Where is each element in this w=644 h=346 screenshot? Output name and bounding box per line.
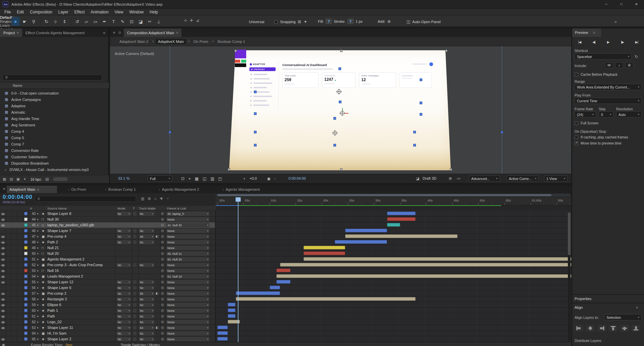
layer-row[interactable]: 64▸▣HI, I'm SamNc▾Nc▾◎None▾ [0,331,571,336]
parent-dropdown[interactable]: 44. Null 30▾ [166,223,209,227]
parent-dropdown[interactable]: None▾ [166,269,209,273]
scrollbar-thumb[interactable] [568,212,571,255]
panel-menu-icon[interactable]: ≡ [636,305,638,309]
reset-icon[interactable]: ↻ [635,54,638,59]
track-matte-dropdown[interactable]: Nc▾ [139,314,154,319]
layer-name[interactable]: Path 2 [47,240,114,244]
last-frame-button[interactable]: ▶| [632,39,642,45]
selection-handle[interactable] [254,91,257,93]
expand-arrow-icon[interactable]: ▸ [37,218,39,221]
tab-preview[interactable]: Preview [575,31,588,35]
track-matte-dropdown[interactable]: Nc▾ [139,240,154,244]
layer-color-swatch[interactable] [24,292,28,295]
play-button[interactable]: ▶ [603,39,613,45]
parent-pickwhip-icon[interactable]: ◎ [161,297,164,301]
track-matte-dropdown[interactable]: Nc▾ [139,229,154,233]
expand-arrow-icon[interactable]: ▸ [37,212,39,215]
view-options-icon[interactable]: ◰ [218,176,222,181]
selection-handle[interactable] [254,144,257,147]
home-icon[interactable]: ⌂ [2,17,11,26]
menu-view[interactable]: View [112,10,126,14]
show-snapshot-icon[interactable]: ◌ [274,176,276,181]
mode-dropdown[interactable]: Nc▾ [117,212,131,216]
eye-icon[interactable] [1,303,5,307]
track-matte-dropdown[interactable]: Nc▾ [139,212,154,216]
layer-duration-bar[interactable] [217,326,228,329]
layer-name[interactable]: Pre-comp 2 [47,291,114,295]
layer-color-swatch[interactable] [24,235,28,238]
eye-icon[interactable] [1,292,5,296]
parent-dropdown[interactable]: None▾ [166,240,209,244]
project-item[interactable]: ▦Comp 4 [0,128,109,134]
parent-pickwhip-icon[interactable]: ◎ [161,314,164,318]
preserve-transparency-toggle[interactable] [133,332,137,335]
renderer-dropdown[interactable]: Advanced...▾ [469,175,500,182]
panel-lock-icon[interactable]: ⊙ [118,31,121,35]
expand-arrow-icon[interactable]: ▸ [37,286,39,289]
mode-dropdown[interactable]: Nc▾ [117,308,131,313]
track-matte-dropdown[interactable]: 64▾ [139,326,154,330]
project-item[interactable]: ▦Avg Handle Time [0,115,109,122]
track-matte-dropdown[interactable]: Nc▾ [139,303,154,307]
expand-arrow-icon[interactable]: ▸ [37,235,39,238]
parent-dropdown[interactable]: None▾ [166,280,209,284]
layer-color-swatch[interactable] [24,303,28,306]
work-area-track[interactable] [216,194,570,196]
include-video-icon[interactable] [605,62,613,68]
composition-viewport[interactable]: Active Camera (Default) ADAPTIVE Dashboa… [110,46,571,174]
layer-name[interactable]: Null 16 [47,269,114,273]
previous-frame-button[interactable]: ◀| [589,39,599,45]
layer-duration-bar[interactable] [228,308,235,312]
renderer-icon[interactable]: ⊞ [449,176,452,181]
guide-line[interactable] [170,46,170,174]
transparency-grid-icon[interactable]: ▦ [195,176,199,181]
layer-row[interactable]: 54▸▣Leads Management 2◎53. Null 16▾ [0,274,571,279]
layer-color-swatch[interactable] [24,269,28,272]
layer-color-swatch[interactable] [24,212,28,215]
timeline-tab-agents-management[interactable]: ▪Agents Management [220,186,274,193]
track-matte-dropdown[interactable]: Nc▾ [139,280,154,284]
timeline-tab-boolean-comp-1[interactable]: ▪Boolean Comp 1 [103,186,146,193]
preserve-transparency-toggle[interactable] [133,240,137,244]
parent-dropdown[interactable]: None▾ [166,291,209,296]
layer-duration-bar[interactable] [345,234,458,238]
layer-name[interactable]: Null 20 [47,251,114,255]
close-button[interactable]: ✕ [629,0,644,9]
layer-name[interactable]: Agents Management 2 [47,257,114,261]
breadcrumb-item[interactable]: On Prem [191,39,211,45]
stroke-color-swatch[interactable]: ? [347,19,354,24]
track-matte-dropdown[interactable]: Nc▾ [139,308,154,313]
layer-row[interactable]: 60▸★Path 1Nc▾Nc▾◎None▾ [0,308,571,313]
layer-row[interactable]: 50▸□Null 20◎49. Null 21▾ [0,251,571,256]
guide-line[interactable] [502,46,502,174]
menu-file[interactable]: File [1,10,14,14]
layer-duration-bar[interactable] [276,269,290,272]
mode-dropdown[interactable]: Nc▾ [117,303,131,307]
stroke-width-value[interactable]: 1 px [356,19,363,23]
layer-name[interactable]: Leads Management 2 [47,274,114,278]
layer-duration-bar[interactable] [304,257,571,261]
align-layers-dropdown[interactable]: Selection▾ [604,314,642,321]
shape-tool-icon[interactable]: ▭ [91,17,100,26]
project-item[interactable]: ▦Avg Sentiment [0,122,109,128]
parent-dropdown[interactable]: 49. Null 21▾ [166,251,209,256]
parent-pickwhip-icon[interactable]: ◎ [161,269,164,272]
parent-dropdown[interactable]: None▾ [166,229,209,233]
clone-stamp-tool-icon[interactable]: ⊡ [127,17,136,26]
project-item[interactable]: ♪DVWLX - House Call - Instrumental versi… [0,166,109,173]
breadcrumb-item[interactable]: AdaptiveX Main 2 [117,39,151,45]
eye-icon[interactable] [1,252,5,256]
parent-pickwhip-icon[interactable]: ◎ [161,337,164,341]
delete-icon[interactable]: ⊟ [45,177,49,182]
layer-row[interactable]: 52▸▣Pre-comp 3 - Auto Crop PreCompNc▾Nc▾… [0,262,571,268]
skip-dropdown[interactable]: 0▾ [599,111,613,118]
layer-color-swatch[interactable] [24,223,28,227]
parent-dropdown[interactable]: None▾ [166,217,209,222]
name-column-header[interactable]: Name [13,83,22,88]
menu-help[interactable]: Help [147,10,161,14]
track-matte-dropdown[interactable]: Nc▾ [139,263,154,267]
mode-dropdown[interactable]: Nc▾ [117,291,131,296]
layer-duration-bar[interactable] [387,223,400,227]
eye-icon[interactable] [1,241,5,245]
panel-menu-icon[interactable]: ≡ [593,31,595,35]
